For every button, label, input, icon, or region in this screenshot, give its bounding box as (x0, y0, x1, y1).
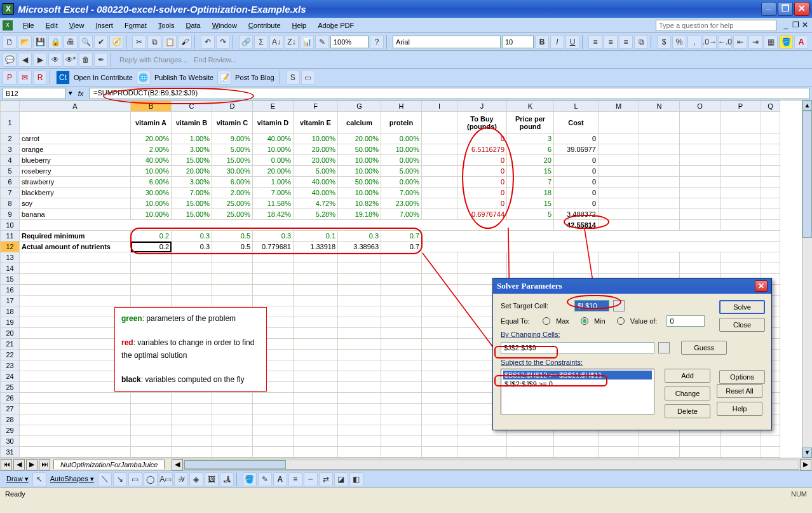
cell-cost[interactable]: 0 (554, 188, 599, 198)
align-right-button[interactable]: ≡ (619, 35, 633, 49)
draw-menu[interactable]: Draw ▾ (4, 475, 31, 483)
tab-nav-prev[interactable]: ◀ (13, 459, 25, 470)
col-header-J[interactable]: J (457, 101, 507, 112)
cell-cost[interactable]: 39.06977 (554, 144, 599, 155)
row-12[interactable]: 12 Actual amount of nutrients 0.2 0.3 0.… (1, 242, 780, 252)
row-header-17[interactable]: 17 (1, 296, 20, 306)
print-preview-button[interactable]: 🔍 (79, 35, 93, 49)
menu-edit[interactable]: Edit (41, 20, 63, 31)
oval-tool-button[interactable]: ◯ (144, 472, 158, 486)
borders-button[interactable]: ▦ (764, 35, 778, 49)
row-header-2[interactable]: 2 (1, 133, 20, 144)
show-all-comments-button[interactable]: 👁* (64, 53, 78, 67)
solver-target-cell-input[interactable] (574, 300, 609, 311)
solver-solve-button[interactable]: Solve (719, 300, 765, 314)
cell-price[interactable]: 20 (507, 155, 554, 166)
bold-button[interactable]: B (535, 35, 549, 49)
show-comment-button[interactable]: 👁 (48, 53, 62, 67)
cell-price[interactable]: 15 (507, 198, 554, 209)
format-painter-button[interactable]: 🖌 (178, 35, 192, 49)
tab-nav-next[interactable]: ▶ (26, 459, 37, 470)
cell-tobuy[interactable]: 0 (457, 155, 507, 166)
row-header-5[interactable]: 5 (1, 166, 20, 177)
cell-tobuy[interactable]: 0.6976744 (457, 209, 507, 220)
food-name[interactable]: banana (20, 209, 131, 220)
solver-close-button-2[interactable]: Close (719, 318, 765, 332)
col-header-E[interactable]: E (253, 101, 294, 112)
solver-constraint-2[interactable]: $J$2:$J$9 >= 0 (503, 380, 652, 388)
row-header-30[interactable]: 30 (1, 436, 20, 447)
pdf-email-button[interactable]: ✉ (18, 71, 32, 85)
col-header-I[interactable]: I (422, 101, 457, 112)
namebox-dropdown-icon[interactable]: ▾ (69, 89, 72, 97)
window-maximize-button[interactable] (778, 2, 793, 16)
menu-insert[interactable]: Insert (90, 20, 118, 31)
fx-icon[interactable]: fx (75, 90, 86, 97)
row-header-25[interactable]: 25 (1, 382, 20, 393)
column-headers[interactable]: A B CD EF GH IJ KL MN OP Q (1, 101, 780, 112)
menu-window[interactable]: Window (207, 20, 242, 31)
arrow-style-button[interactable]: ⇄ (319, 472, 333, 486)
spellcheck-button[interactable]: ✔ (94, 35, 108, 49)
select-all-corner[interactable] (1, 101, 20, 112)
solver-target-refedit-button[interactable] (613, 300, 625, 311)
zoom-combo[interactable] (330, 36, 369, 48)
next-comment-button[interactable]: ▶ (33, 53, 47, 67)
row-8[interactable]: 8soy10.00%15.00%25.00%11.58%4.72%10.82%2… (1, 198, 780, 209)
print-button[interactable]: 🖶 (64, 35, 78, 49)
name-box[interactable] (3, 88, 66, 99)
row-header-10[interactable]: 10 (1, 220, 20, 231)
save-button[interactable]: 💾 (33, 35, 47, 49)
fill-color-button[interactable]: 🪣 (779, 35, 793, 49)
horizontal-scrollbar[interactable]: ◀ ▶ (171, 460, 812, 470)
solver-changing-cells-input[interactable] (501, 342, 654, 353)
cell-tobuy[interactable]: 0 (457, 188, 507, 198)
row-header-31[interactable]: 31 (1, 447, 20, 458)
cell-price[interactable]: 6 (507, 144, 554, 155)
new-button[interactable]: 🗋 (3, 35, 17, 49)
food-name[interactable]: carrot (20, 133, 131, 144)
row-header-19[interactable]: 19 (1, 317, 20, 328)
vscroll-thumb[interactable] (802, 111, 812, 238)
row-header-14[interactable]: 14 (1, 263, 20, 274)
row-10[interactable]: 10 42.55814 (1, 220, 780, 231)
vertical-scrollbar[interactable]: ▲ ▼ (802, 100, 812, 458)
chart-wizard-button[interactable]: 📊 (300, 35, 314, 49)
shadow-style-button[interactable]: ◪ (334, 472, 348, 486)
open-in-contribute-button[interactable]: Open In Contribute (71, 74, 135, 81)
solver-constraint-1[interactable]: $B$12:$H$12 >= $B$11:$H$11 (503, 371, 652, 380)
food-name[interactable]: roseberry (20, 166, 131, 177)
col-header-L[interactable]: L (554, 101, 599, 112)
row-header-21[interactable]: 21 (1, 339, 20, 350)
cell-price[interactable]: 7 (507, 177, 554, 188)
col-header-H[interactable]: H (381, 101, 422, 112)
select-objects-button[interactable]: ↖ (32, 472, 46, 486)
row-11[interactable]: 11 Required minimum 0.2 0.3 0.5 0.3 0.1 … (1, 231, 780, 242)
font-color-button[interactable]: A (794, 35, 808, 49)
window-close-button[interactable] (794, 2, 809, 16)
menu-help[interactable]: Help (287, 20, 312, 31)
col-header-K[interactable]: K (507, 101, 554, 112)
row-header-26[interactable]: 26 (1, 393, 20, 404)
wordart-button[interactable]: 𝒲 (174, 472, 188, 486)
formula-bar[interactable]: =SUMPRODUCT(B2:B9,$J2:$J9) (89, 88, 809, 99)
row-header-15[interactable]: 15 (1, 274, 20, 285)
arrow-tool-button[interactable]: ↘ (113, 472, 127, 486)
cell-tobuy[interactable]: 0 (457, 177, 507, 188)
food-name[interactable]: soy (20, 198, 131, 209)
cell-total-cost[interactable]: 42.55814 (554, 220, 599, 231)
clipart-button[interactable]: 🖼 (205, 472, 219, 486)
row-header-13[interactable]: 13 (1, 252, 20, 263)
row-4[interactable]: 4blueberry40.00%15.00%15.00%0.00%20.00%1… (1, 155, 780, 166)
delete-comment-button[interactable]: 🗑 (79, 53, 93, 67)
food-name[interactable]: blueberry (20, 155, 131, 166)
help-button[interactable]: ? (370, 35, 384, 49)
col-header-G[interactable]: G (338, 101, 381, 112)
new-comment-button[interactable]: 💬 (3, 53, 17, 67)
row-header-11[interactable]: 11 (1, 231, 20, 242)
cell-tobuy[interactable]: 0 (457, 198, 507, 209)
menu-tools[interactable]: Tools (153, 20, 180, 31)
row-header-6[interactable]: 6 (1, 177, 20, 188)
snagit-window-button[interactable]: ▭ (301, 71, 315, 85)
col-header-F[interactable]: F (294, 101, 338, 112)
